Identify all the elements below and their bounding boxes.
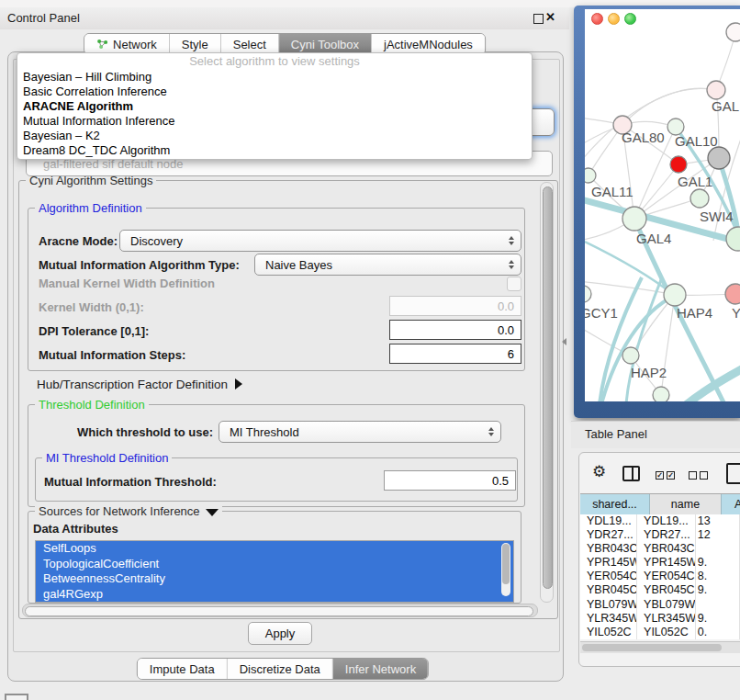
network-edge[interactable] — [686, 366, 740, 401]
network-node-hap4[interactable] — [664, 284, 686, 306]
table-horizontal-scrollbar-thumb[interactable] — [582, 644, 722, 651]
network-edge[interactable] — [585, 281, 675, 295]
tab-style[interactable]: Style — [170, 34, 221, 54]
tab-jactivemnodules[interactable]: jActiveMNodules — [372, 34, 485, 54]
settings-horizontal-scrollbar-thumb[interactable] — [25, 606, 533, 616]
table-cell: 8. — [696, 570, 740, 583]
which-threshold-select[interactable]: MI Threshold — [219, 421, 501, 443]
algorithm-option[interactable]: Bayesian – Hill Climbing — [17, 70, 532, 85]
close-traffic-light-icon[interactable] — [591, 13, 603, 25]
table-cell: YDR27... — [580, 528, 637, 542]
stepper-icon — [509, 260, 514, 269]
column-header-shared[interactable]: shared... — [580, 494, 650, 515]
unchecked-checkbox-icon[interactable] — [689, 471, 697, 480]
corner-handle[interactable] — [5, 694, 28, 700]
table-panel-title: Table Panel — [585, 427, 647, 441]
float-window-icon[interactable] — [533, 14, 544, 24]
gear-icon[interactable]: ⚙ — [592, 464, 606, 480]
attribute-item[interactable]: TopologicalCoefficient — [36, 557, 513, 572]
network-node[interactable] — [653, 387, 669, 401]
attribute-item[interactable]: BetweennessCentrality — [36, 571, 513, 587]
column-header-a[interactable]: A — [722, 494, 740, 515]
table-row[interactable]: YBL079WYBL079W — [580, 598, 740, 612]
network-edge[interactable] — [585, 88, 716, 165]
stepper-icon — [488, 427, 494, 436]
table-row[interactable]: YDL19...YDL19...13 — [580, 514, 740, 528]
data-attributes-list[interactable]: SelfLoopsTopologicalCoefficientBetweenne… — [35, 540, 514, 603]
attributes-list-scrollbar-thumb[interactable] — [502, 544, 510, 584]
table-cell — [696, 598, 740, 612]
dpi-tolerance-input[interactable]: 0.0 — [389, 320, 521, 340]
expand-arrow-icon[interactable] — [235, 378, 242, 390]
mi-steps-input[interactable]: 6 — [389, 344, 521, 364]
mi-algorithm-type-select[interactable]: Naive Bayes — [254, 254, 521, 276]
attributes-list-scrollbar[interactable] — [501, 543, 510, 596]
collapse-arrow-icon[interactable] — [206, 509, 219, 516]
table-cell: YDL19... — [580, 514, 637, 528]
control-panel-title: Control Panel — [7, 11, 80, 25]
which-threshold-label: Which threshold to use: — [77, 425, 213, 439]
network-node[interactable] — [726, 23, 740, 41]
algorithm-option[interactable]: Mutual Information Inference — [17, 114, 532, 129]
table-row[interactable]: YIL052CYIL052C0. — [580, 626, 740, 639]
table-row[interactable]: YBR043CYBR043C — [580, 542, 740, 556]
table-row[interactable]: YPR145WYPR145W9. — [580, 556, 740, 570]
settings-vertical-scrollbar-thumb[interactable] — [543, 186, 553, 589]
network-edge[interactable] — [600, 277, 642, 401]
hub-definition-toggle[interactable]: Hub/Transcription Factor Definition — [37, 378, 242, 391]
network-node-gal[interactable] — [707, 81, 725, 99]
tab-discretize-data[interactable]: Discretize Data — [228, 659, 333, 679]
table-horizontal-scrollbar[interactable] — [580, 641, 740, 653]
algorithm-option[interactable]: Basic Correlation Inference — [17, 85, 532, 99]
attribute-item[interactable]: SelfLoops — [36, 541, 513, 557]
unchecked-checkbox-icon[interactable] — [700, 471, 708, 480]
settings-vertical-scrollbar[interactable] — [540, 182, 554, 603]
network-node-hap2[interactable] — [622, 347, 639, 364]
table-row[interactable]: YBR045CYBR045C9. — [580, 583, 740, 597]
network-edge[interactable] — [585, 242, 674, 295]
algorithm-option[interactable]: Dream8 DC_TDC Algorithm — [17, 143, 532, 158]
checked-checkbox-icon[interactable]: ✓ — [667, 471, 675, 480]
algorithm-option[interactable]: Bayesian – K2 — [17, 129, 532, 143]
manual-kernel-width-checkbox[interactable] — [507, 277, 521, 291]
checked-checkbox-icon[interactable]: ✓ — [656, 471, 664, 480]
tab-network[interactable]: Network — [84, 34, 170, 54]
settings-horizontal-scrollbar[interactable] — [22, 604, 538, 617]
table-row[interactable]: YLR345WYLR345W9. — [580, 612, 740, 626]
sources-title[interactable]: Sources for Network Inference — [35, 504, 222, 518]
network-node-label: GAL80 — [622, 130, 665, 145]
network-node-y[interactable] — [725, 284, 740, 304]
kernel-width-input[interactable]: 0.0 — [389, 296, 521, 316]
tab-impute-data[interactable]: Impute Data — [138, 659, 228, 679]
network-edge[interactable] — [622, 89, 716, 125]
table-row[interactable]: YDR27...YDR27...12 — [580, 528, 740, 542]
network-node-gcy1[interactable] — [585, 286, 591, 302]
network-node[interactable] — [708, 147, 730, 169]
network-node-swi4[interactable] — [726, 227, 740, 251]
minimize-traffic-light-icon[interactable] — [608, 13, 620, 25]
network-node-gal4[interactable] — [622, 207, 646, 231]
tab-cyni-toolbox[interactable]: Cyni Toolbox — [279, 34, 372, 54]
table-icon[interactable] — [726, 463, 740, 484]
tab-label: Discretize Data — [240, 662, 320, 676]
tab-infer-network[interactable]: Infer Network — [333, 659, 428, 679]
table-row[interactable]: YER054CYER054C8. — [580, 570, 740, 583]
splitter-arrow-icon[interactable] — [562, 338, 566, 345]
table-body: YDL19...YDL19...13YDR27...YDR27...12YBR0… — [580, 514, 740, 639]
network-canvas[interactable]: GALGAL80GAL10GAL1GAL11SWI4GAL4GCY1HAP4YH… — [585, 9, 740, 401]
tab-label: Infer Network — [345, 662, 416, 676]
column-header-name[interactable]: name — [650, 494, 722, 515]
tab-select[interactable]: Select — [221, 34, 279, 54]
network-node[interactable] — [670, 156, 687, 173]
network-node-gal1[interactable] — [690, 189, 709, 208]
mi-threshold-input[interactable]: 0.5 — [384, 470, 516, 491]
network-node-gal11[interactable] — [585, 168, 596, 183]
algorithm-option[interactable]: ARACNE Algorithm — [17, 99, 532, 114]
apply-button[interactable]: Apply — [248, 622, 312, 645]
zoom-traffic-light-icon[interactable] — [624, 13, 636, 25]
columns-icon[interactable] — [622, 466, 640, 481]
close-icon[interactable]: ✕ — [545, 10, 555, 24]
aracne-mode-select[interactable]: Discovery — [119, 230, 521, 252]
attribute-item[interactable]: gal4RGexp — [36, 587, 513, 603]
network-graph[interactable]: GALGAL80GAL10GAL1GAL11SWI4GAL4GCY1HAP4YH… — [585, 9, 740, 401]
